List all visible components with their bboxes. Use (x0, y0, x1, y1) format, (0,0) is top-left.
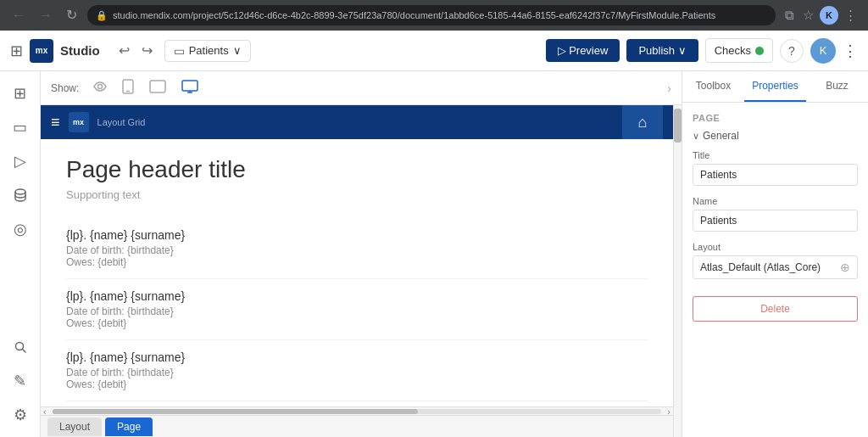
panel-field-name: Name (693, 196, 858, 232)
profile-circle[interactable]: K (820, 6, 838, 25)
extensions-button[interactable]: ⧉ (782, 5, 797, 25)
panel-body: PAGE ∨ General Title Name Layout Atlas_D… (682, 103, 868, 437)
bottom-tabs: Layout Page (41, 415, 673, 437)
canvas-inner: ≡ mx Layout Grid ⌂ Page header title Sup… (41, 105, 682, 437)
apps-grid-icon[interactable]: ⊞ (10, 42, 23, 60)
svg-point-0 (15, 189, 25, 194)
hamburger-icon[interactable]: ≡ (51, 114, 60, 132)
bookmark-button[interactable]: ☆ (800, 5, 816, 25)
page-canvas[interactable]: ≡ mx Layout Grid ⌂ Page header title Sup… (41, 105, 673, 406)
home-icon-area[interactable]: ⌂ (622, 105, 663, 139)
checks-button[interactable]: Checks (705, 38, 773, 63)
show-label: Show: (51, 82, 79, 94)
panel-field-layout: Layout Atlas_Default (Atlas_Core) ⊕ (693, 242, 858, 279)
patient-item: {lp}. {name} {surname} Date of birth: {b… (66, 218, 648, 279)
tab-toolbox[interactable]: Toolbox (682, 71, 744, 102)
patient-name-0: {lp}. {name} {surname} (66, 228, 648, 242)
sidebar-item-grid[interactable]: ⊞ (5, 78, 36, 109)
layout-select-icon: ⊕ (840, 261, 850, 274)
delete-button[interactable]: Delete (693, 296, 858, 322)
patient-dob-1: Date of birth: {birthdate} (66, 305, 648, 317)
hscroll-right-arrow[interactable]: › (665, 406, 673, 417)
layout-select-value: Atlas_Default (Atlas_Core) (700, 261, 821, 273)
title-input[interactable] (693, 164, 858, 186)
sidebar-item-cog[interactable]: ⚙ (5, 400, 36, 430)
tab-buzz[interactable]: Buzz (806, 71, 868, 102)
preview-button[interactable]: ▷ Preview (546, 39, 620, 62)
canvas-hscroll[interactable]: ‹ › (41, 406, 673, 415)
app-title: Studio (60, 43, 100, 58)
patient-dob-0: Date of birth: {birthdate} (66, 244, 648, 256)
app-header: ⊞ mx Studio ↩ ↪ ▭ Patients ∨ ▷ Preview P… (0, 31, 868, 71)
right-panel: Toolbox Properties Buzz PAGE ∨ General T… (682, 71, 868, 437)
svg-point-3 (98, 84, 103, 88)
canvas-area: Show: › ≡ mx (41, 71, 682, 437)
browser-chrome: ← → ↻ 🔒 studio.mendix.com/project/5c12d4… (0, 0, 868, 31)
patient-owes-2: Owes: {debit} (66, 378, 648, 390)
sidebar-item-pages[interactable]: ▭ (5, 112, 36, 143)
home-icon: ⌂ (638, 114, 648, 132)
eye-view-icon[interactable] (89, 77, 111, 99)
user-avatar[interactable]: K (810, 38, 836, 64)
sidebar-item-pencil[interactable]: ✎ (5, 366, 36, 396)
mx-logo: mx (30, 39, 53, 63)
patient-item: {lp}. {name} {surname} Date of birth: {b… (66, 340, 648, 401)
page-chevron-icon: ∨ (233, 44, 242, 57)
browser-actions: ⧉ ☆ K ⋮ (782, 5, 860, 25)
page-canvas-wrapper: ≡ mx Layout Grid ⌂ Page header title Sup… (41, 105, 673, 437)
tab-properties[interactable]: Properties (744, 71, 806, 102)
layout-field-label: Layout (693, 242, 858, 252)
back-button[interactable]: ← (8, 5, 29, 25)
main-layout: ⊞ ▭ ▷ ◎ ✎ ⚙ Show: (0, 71, 868, 437)
page-doc-icon: ▭ (174, 44, 185, 58)
sidebar-item-microflows[interactable]: ▷ (5, 146, 36, 176)
publish-button[interactable]: Publish ∨ (626, 39, 698, 62)
patient-item: {lp}. {name} {surname} Date of birth: {b… (66, 279, 648, 340)
desktop-view-icon[interactable] (177, 77, 203, 99)
vscroll-thumb[interactable] (674, 109, 682, 143)
browser-more-button[interactable]: ⋮ (842, 5, 860, 25)
page-indicator[interactable]: ▭ Patients ∨ (164, 40, 251, 62)
layout-select[interactable]: Atlas_Default (Atlas_Core) ⊕ (693, 255, 858, 279)
page-body: Page header title Supporting text {lp}. … (41, 139, 673, 406)
svg-rect-7 (182, 81, 198, 91)
panel-section-label: PAGE (693, 113, 858, 123)
hscroll-left-arrow[interactable]: ‹ (41, 406, 49, 417)
page-dark-header: ≡ mx Layout Grid ⌂ (41, 105, 673, 139)
layout-grid-label: Layout Grid (97, 117, 146, 127)
sidebar-item-domain[interactable] (5, 180, 36, 210)
page-supporting-text: Supporting text (66, 188, 648, 201)
help-button[interactable]: ? (780, 39, 804, 63)
tablet-view-icon[interactable] (145, 77, 170, 99)
lock-icon: 🔒 (96, 10, 108, 21)
checks-status-dot (755, 47, 764, 55)
left-iconbar: ⊞ ▭ ▷ ◎ ✎ ⚙ (0, 71, 41, 437)
sidebar-item-settings-nav[interactable]: ◎ (5, 214, 36, 244)
section-collapse-arrow[interactable]: ∨ (693, 131, 699, 142)
checks-label: Checks (715, 44, 751, 57)
patient-owes-1: Owes: {debit} (66, 317, 648, 329)
canvas-vscroll[interactable] (673, 105, 682, 437)
reload-button[interactable]: ↻ (63, 5, 81, 25)
panel-field-title: Title (693, 150, 858, 186)
patient-name-2: {lp}. {name} {surname} (66, 350, 648, 364)
svg-rect-6 (150, 81, 165, 92)
tab-page[interactable]: Page (105, 417, 153, 436)
canvas-arrow-right[interactable]: › (667, 81, 671, 95)
redo-button[interactable]: ↪ (136, 39, 158, 62)
address-bar[interactable]: 🔒 studio.mendix.com/project/5c12d46c-d6c… (87, 5, 776, 25)
tab-layout[interactable]: Layout (47, 417, 102, 436)
phone-view-icon[interactable] (118, 76, 138, 100)
hscroll-track (53, 409, 662, 414)
undo-button[interactable]: ↩ (114, 39, 135, 62)
hscroll-thumb[interactable] (53, 409, 418, 414)
forward-button[interactable]: → (36, 5, 56, 25)
patient-name-1: {lp}. {name} {surname} (66, 289, 648, 303)
page-indicator-label: Patients (189, 44, 229, 57)
address-text: studio.mendix.com/project/5c12d46c-d6ce-… (113, 10, 715, 20)
svg-line-2 (22, 350, 25, 353)
sidebar-item-search[interactable] (5, 332, 36, 362)
more-options-button[interactable]: ⋮ (843, 42, 858, 60)
name-input[interactable] (693, 210, 858, 232)
patient-dob-2: Date of birth: {birthdate} (66, 367, 648, 378)
